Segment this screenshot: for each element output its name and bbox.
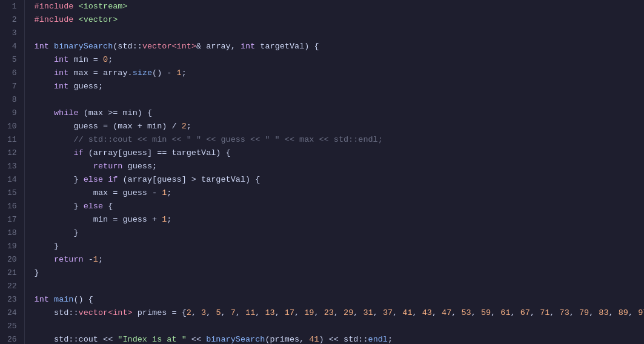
code-line: #include <vector> bbox=[35, 13, 644, 27]
line-number: 21 bbox=[7, 266, 17, 280]
line-number: 10 bbox=[7, 120, 17, 133]
line-number: 2 bbox=[7, 13, 17, 27]
line-number: 14 bbox=[7, 173, 17, 187]
code-line: } bbox=[35, 240, 644, 253]
code-line: int main() { bbox=[35, 293, 644, 306]
code-line: min = guess + 1; bbox=[35, 213, 644, 227]
code-area[interactable]: #include <iostream>#include <vector> int… bbox=[25, 0, 644, 344]
line-number: 12 bbox=[7, 147, 17, 160]
line-number: 13 bbox=[7, 160, 17, 173]
code-line: } bbox=[35, 266, 644, 280]
line-number: 11 bbox=[7, 133, 17, 147]
line-number: 8 bbox=[7, 93, 17, 107]
code-line: while (max >= min) { bbox=[35, 107, 644, 120]
code-line: int min = 0; bbox=[35, 53, 644, 67]
line-number: 25 bbox=[7, 320, 17, 333]
code-line bbox=[35, 93, 644, 107]
line-number: 20 bbox=[7, 253, 17, 266]
code-editor: 1234567891011121314151617181920212223242… bbox=[0, 0, 644, 344]
code-line: int max = array.size() - 1; bbox=[35, 67, 644, 80]
code-line bbox=[35, 27, 644, 40]
line-number: 18 bbox=[7, 227, 17, 240]
code-line: return guess; bbox=[35, 160, 644, 173]
code-line: max = guess - 1; bbox=[35, 187, 644, 200]
line-number: 7 bbox=[7, 80, 17, 93]
line-number: 26 bbox=[7, 333, 17, 344]
code-line bbox=[35, 280, 644, 293]
code-line bbox=[35, 320, 644, 333]
code-line: std::cout << "Index is at " << binarySea… bbox=[35, 333, 644, 344]
line-number: 6 bbox=[7, 67, 17, 80]
code-line: if (array[guess] == targetVal) { bbox=[35, 147, 644, 160]
code-line: int binarySearch(std::vector<int>& array… bbox=[35, 40, 644, 53]
line-number: 1 bbox=[7, 0, 17, 13]
code-line: } else { bbox=[35, 200, 644, 213]
code-line: int guess; bbox=[35, 80, 644, 93]
line-number: 16 bbox=[7, 200, 17, 213]
line-number: 4 bbox=[7, 40, 17, 53]
line-numbers: 1234567891011121314151617181920212223242… bbox=[0, 0, 25, 344]
code-line: // std::cout << min << " " << guess << "… bbox=[35, 133, 644, 147]
code-line: } bbox=[35, 227, 644, 240]
line-number: 17 bbox=[7, 213, 17, 227]
code-line: } else if (array[guess] > targetVal) { bbox=[35, 173, 644, 187]
code-line: std::vector<int> primes = {2, 3, 5, 7, 1… bbox=[35, 306, 644, 320]
line-number: 23 bbox=[7, 293, 17, 306]
code-line: #include <iostream> bbox=[35, 0, 644, 13]
line-number: 24 bbox=[7, 306, 17, 320]
line-number: 5 bbox=[7, 53, 17, 67]
line-number: 15 bbox=[7, 187, 17, 200]
code-line: guess = (max + min) / 2; bbox=[35, 120, 644, 133]
line-number: 22 bbox=[7, 280, 17, 293]
line-number: 19 bbox=[7, 240, 17, 253]
line-number: 9 bbox=[7, 107, 17, 120]
code-line: return -1; bbox=[35, 253, 644, 266]
line-number: 3 bbox=[7, 27, 17, 40]
